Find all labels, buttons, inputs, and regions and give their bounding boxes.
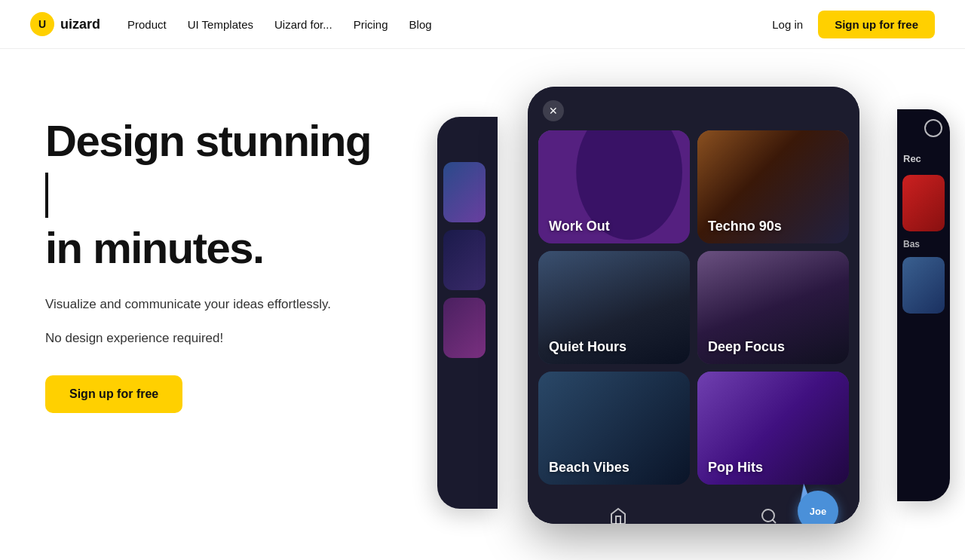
hero-title-line2: [45, 173, 437, 218]
phone-top-bar: ✕: [528, 87, 859, 130]
hero-description-2: No design experience required!: [45, 328, 362, 348]
right-search-icon: [924, 119, 942, 137]
nav-link-ui-templates[interactable]: UI Templates: [188, 18, 253, 31]
user-avatar-button: Joe: [798, 491, 838, 524]
nav-links: Product UI Templates Uizard for... Prici…: [127, 18, 432, 31]
music-grid: Work Out Techno 90s Quiet Hours Deep Foc…: [528, 130, 859, 492]
close-icon: ✕: [543, 100, 564, 121]
hero-signup-button[interactable]: Sign up for free: [45, 375, 182, 413]
card-quiet: Quiet Hours: [538, 251, 690, 364]
left-thumb-1: [443, 162, 486, 222]
svg-line-1: [773, 520, 776, 523]
right-thumb-2: [902, 257, 945, 314]
nav-signup-button[interactable]: Sign up for free: [818, 11, 935, 38]
nav-link-uizard-for[interactable]: Uizard for...: [274, 18, 332, 31]
nav-left: U uizard Product UI Templates Uizard for…: [30, 12, 432, 36]
card-beach-label: Beach Vibes: [538, 451, 690, 485]
hero-section: Design stunning in minutes. Visualize an…: [0, 49, 965, 560]
left-thumb-2: [443, 230, 486, 290]
card-beach: Beach Vibes: [538, 372, 690, 485]
hero-visual: ✕ Work Out Techno 90s Quiet Hour: [437, 94, 950, 560]
login-button[interactable]: Log in: [772, 18, 803, 31]
hero-title-line3: in minutes.: [45, 222, 437, 273]
card-techno: Techno 90s: [697, 130, 849, 243]
card-deep-label: Deep Focus: [697, 330, 849, 364]
logo[interactable]: U uizard: [30, 12, 100, 36]
right-section-label-1: Rec: [897, 147, 950, 170]
phone-container: ✕ Work Out Techno 90s Quiet Hour: [437, 87, 950, 554]
phone-right-top: [897, 109, 950, 147]
nav-link-product[interactable]: Product: [127, 18, 167, 31]
svg-point-0: [762, 510, 774, 522]
nav-link-pricing[interactable]: Pricing: [354, 18, 388, 31]
card-deep: Deep Focus: [697, 251, 849, 364]
card-pop-label: Pop Hits: [697, 451, 849, 485]
hero-title-line1: Design stunning: [45, 117, 437, 165]
right-thumb-1: [902, 175, 945, 231]
search-icon: [755, 503, 783, 524]
phone-main: ✕ Work Out Techno 90s Quiet Hour: [528, 87, 859, 524]
logo-icon: U: [30, 12, 54, 36]
nav-right: Log in Sign up for free: [772, 11, 935, 38]
navbar: U uizard Product UI Templates Uizard for…: [0, 0, 965, 49]
card-pop: Pop Hits: [697, 372, 849, 485]
phone-right: Rec Bas: [897, 109, 950, 501]
phone-bottom-nav: Joe: [528, 492, 859, 524]
card-workout: Work Out: [538, 130, 690, 243]
home-icon: [605, 503, 632, 524]
logo-text: uizard: [60, 17, 100, 32]
nav-link-blog[interactable]: Blog: [409, 18, 432, 31]
card-workout-label: Work Out: [538, 210, 690, 243]
phone-screen: ✕ Work Out Techno 90s Quiet Hour: [528, 87, 859, 524]
text-cursor: [45, 173, 48, 218]
phone-left: [437, 117, 498, 509]
card-techno-label: Techno 90s: [697, 210, 849, 243]
hero-text: Design stunning in minutes. Visualize an…: [45, 94, 437, 413]
right-section-label-2: Bas: [897, 236, 950, 252]
card-quiet-label: Quiet Hours: [538, 330, 690, 364]
hero-description-1: Visualize and communicate your ideas eff…: [45, 294, 362, 314]
left-thumb-3: [443, 298, 486, 358]
